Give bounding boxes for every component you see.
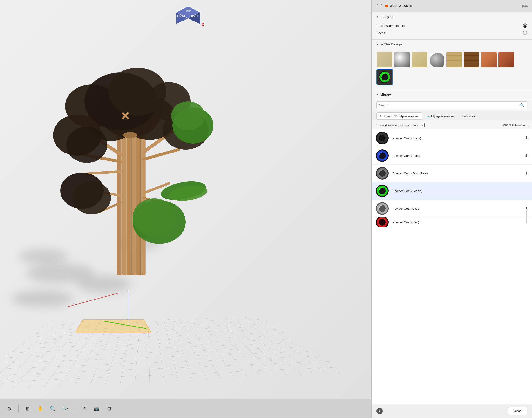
svg-point-44 <box>380 153 385 158</box>
material-name-grey: Powder Coat (Grey) <box>392 207 521 210</box>
material-thumb-darkgrey <box>376 166 389 180</box>
svg-point-22 <box>53 115 101 156</box>
separator-1 <box>18 405 19 412</box>
faces-radio[interactable] <box>523 31 527 35</box>
bodies-radio[interactable] <box>523 23 527 28</box>
svg-rect-34 <box>122 112 129 119</box>
pan-tool[interactable]: ✋ <box>36 404 44 413</box>
swatch-7[interactable] <box>481 51 497 68</box>
search-input[interactable] <box>379 104 518 107</box>
svg-point-18 <box>65 84 118 128</box>
material-list[interactable]: Powder Coat (Black) ⬇ Powder Coat (Blue)… <box>372 129 532 404</box>
cube-x-label: X <box>202 23 204 27</box>
material-thumb-red <box>376 218 389 227</box>
svg-point-35 <box>123 132 137 138</box>
swatch-4[interactable] <box>429 51 445 68</box>
material-thumb-grey <box>376 202 389 215</box>
tab-favorites[interactable]: Favorites <box>459 113 478 120</box>
svg-rect-4 <box>136 135 141 275</box>
svg-point-52 <box>380 220 385 225</box>
zoom-in-tool[interactable]: 🔍+ <box>61 404 70 413</box>
material-item-green[interactable]: Powder Coat (Green) <box>372 182 532 200</box>
zoom-tool[interactable]: 🔍 <box>48 404 57 413</box>
svg-rect-2 <box>127 135 131 275</box>
library-header[interactable]: ▼ Library <box>372 90 532 99</box>
apply-bodies-row[interactable]: Bodies/Components <box>377 22 527 29</box>
shadow-4 <box>121 237 159 249</box>
svg-point-29 <box>159 178 207 203</box>
material-item-blue[interactable]: Powder Coat (Blue) ⬇ <box>372 147 532 165</box>
show-downloadable-row: Show downloadable materials Cancel all D… <box>372 121 532 129</box>
swatch-8[interactable] <box>498 51 514 68</box>
apply-to-header[interactable]: ▼ Apply To: <box>377 15 527 19</box>
svg-point-15 <box>99 84 162 138</box>
svg-point-16 <box>87 100 135 141</box>
svg-point-25 <box>60 173 104 209</box>
panel-drag-handle[interactable]: ⋮⋮ <box>376 4 383 8</box>
apply-faces-row[interactable]: Faces <box>377 29 527 36</box>
swatch-1[interactable] <box>377 51 393 68</box>
move-tool[interactable]: ⊕ <box>5 404 13 413</box>
library-section: ▼ Library 🔍 ↻ Fusion 360 Appearances ☁ M… <box>372 90 532 404</box>
close-button[interactable]: Close <box>508 407 527 415</box>
tab-my-appearances[interactable]: ☁ My Appearances <box>423 113 458 120</box>
apply-to-triangle: ▼ <box>377 15 379 18</box>
info-button[interactable]: i <box>377 408 383 414</box>
scrollbar-thumb[interactable] <box>526 209 527 223</box>
swatch-6[interactable] <box>463 51 480 68</box>
swatch-5[interactable] <box>446 51 462 68</box>
material-item-red[interactable]: Powder Coat (Red) <box>372 218 532 227</box>
swatch-9[interactable]: Powder Coat (Green) <box>377 69 393 85</box>
swatch-3[interactable] <box>411 51 428 68</box>
materials-grid: Powder Coat (Green) <box>377 49 527 87</box>
apply-to-section: ▼ Apply To: Bodies/Components Faces <box>372 12 532 40</box>
material-thumb-blue <box>376 149 389 163</box>
refresh-icon: ↻ <box>380 114 382 118</box>
download-icon-darkgrey[interactable]: ⬇ <box>524 171 528 176</box>
svg-line-13 <box>144 183 169 193</box>
in-this-design-header[interactable]: ▼ In This Design <box>377 43 527 46</box>
svg-rect-33 <box>122 112 129 119</box>
show-downloadable-checkbox[interactable] <box>421 123 425 127</box>
cancel-downloads-btn[interactable]: Cancel all Downlo... <box>502 123 527 127</box>
material-item-black[interactable]: Powder Coat (Black) ⬇ <box>372 129 532 147</box>
library-title: Library <box>380 93 391 96</box>
panel-forward-buttons[interactable]: ▶▶ <box>522 4 528 8</box>
shadow-2 <box>77 276 130 292</box>
display-tool[interactable]: 🖥 <box>80 404 88 413</box>
panel-indicator <box>385 5 388 8</box>
cloud-icon: ☁ <box>426 114 430 118</box>
grid-floor <box>0 317 349 392</box>
svg-point-30 <box>168 183 208 203</box>
library-triangle: ▼ <box>377 93 379 96</box>
in-this-design-section: ▼ In This Design <box>372 40 532 90</box>
grid-tool[interactable]: ⊞ <box>23 404 32 413</box>
download-icon-blue[interactable]: ⬇ <box>524 153 528 158</box>
cube-face-top: TOP <box>186 9 191 12</box>
search-bar: 🔍 <box>377 101 527 109</box>
material-name-red: Powder Coat (Red) <box>392 220 528 224</box>
viewport: RIGHT FRONT TOP X ⊕ ⊞ ✋ 🔍 🔍+ 🖥 📷 ⊞ <box>0 0 371 418</box>
svg-point-28 <box>171 101 205 130</box>
material-item-grey[interactable]: Powder Coat (Grey) ⬇ <box>372 200 532 218</box>
nav-cube[interactable]: RIGHT FRONT TOP X <box>171 4 205 33</box>
svg-line-7 <box>82 154 121 162</box>
swatch-2[interactable] <box>394 51 410 68</box>
search-icon: 🔍 <box>520 103 524 107</box>
tab-fusion360-label: Fusion 360 Appearances <box>384 114 419 118</box>
camera-tool[interactable]: 📷 <box>92 404 101 413</box>
material-item-darkgrey[interactable]: Powder Coat (Dark Grey) ⬇ <box>372 165 532 182</box>
svg-point-17 <box>123 96 176 140</box>
in-this-design-triangle: ▼ <box>377 43 379 46</box>
material-name-blue: Powder Coat (Blue) <box>392 154 521 158</box>
svg-point-46 <box>380 171 385 176</box>
separator-2 <box>75 405 75 412</box>
download-icon-black[interactable]: ⬇ <box>524 135 528 141</box>
shadow-3 <box>19 249 67 264</box>
svg-rect-0 <box>117 135 121 275</box>
tab-fusion360[interactable]: ↻ Fusion 360 Appearances <box>377 113 422 120</box>
view-tool[interactable]: ⊞ <box>105 404 113 413</box>
material-name-darkgrey: Powder Coat (Dark Grey) <box>392 172 521 175</box>
svg-rect-3 <box>132 135 136 275</box>
svg-line-14 <box>144 198 174 205</box>
